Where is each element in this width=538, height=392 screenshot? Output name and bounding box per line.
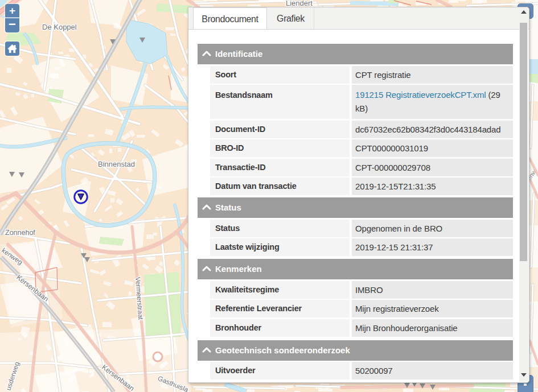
svg-text:Binnenstad: Binnenstad: [98, 160, 135, 168]
svg-text:Zonnehof: Zonnehof: [5, 229, 35, 237]
svg-text:De Koppel: De Koppel: [42, 23, 77, 31]
